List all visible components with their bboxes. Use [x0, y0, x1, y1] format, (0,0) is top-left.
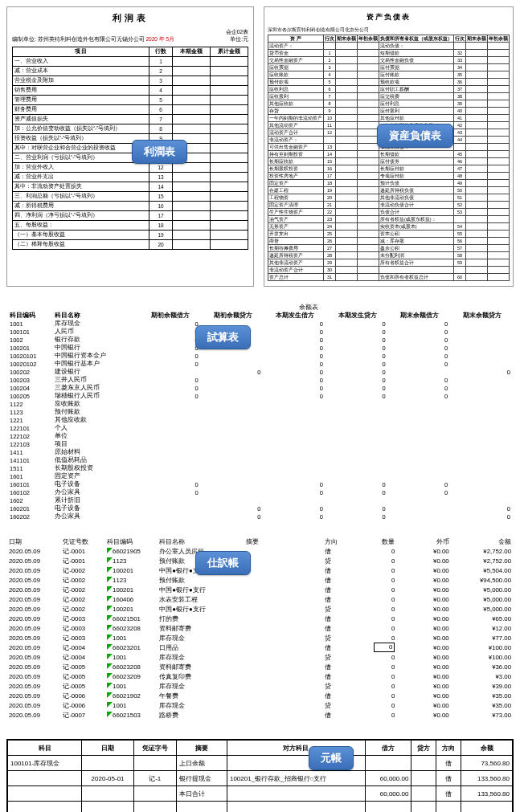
- balance-cell: 流动资产：: [268, 43, 324, 50]
- journal-row: 2020.05.09记-000566023209传真复印费借0¥0.00¥3.0…: [6, 671, 514, 681]
- trial-cell: 0: [139, 328, 202, 336]
- trial-cell: [139, 424, 202, 432]
- balance-cell: [336, 158, 358, 165]
- profit-cell: 4: [149, 86, 172, 96]
- journal-cell: 66023208: [104, 623, 157, 633]
- trial-col: 期初余额借方: [139, 312, 202, 320]
- trial-cell: 10020102: [6, 360, 51, 368]
- balance-cell: 应收账款: [268, 71, 324, 79]
- balance-row: 开发支出25 资本公积55: [268, 231, 510, 238]
- balance-row: 应收票据3 应付票据34: [268, 64, 510, 71]
- profit-cell: [211, 76, 248, 86]
- balance-cell: [358, 71, 379, 79]
- balance-cell: 54: [454, 223, 466, 231]
- trial-row: 1511长期股权投资: [6, 464, 514, 472]
- trial-cell: [139, 368, 202, 376]
- ledger-col: 日期: [82, 741, 134, 756]
- balance-cell: 实收资本(或股本): [379, 223, 454, 231]
- journal-cell: ¥3.00: [452, 671, 514, 681]
- balance-cell: [358, 151, 379, 158]
- ledger-cell: [411, 786, 436, 802]
- journal-cell: 0: [353, 556, 397, 565]
- ledger-cell: 银行提现金: [176, 771, 227, 786]
- trial-cell: 中国银行: [51, 344, 139, 352]
- balance-cell: [336, 252, 358, 259]
- trial-cell: 0: [389, 344, 452, 352]
- journal-cell: 贷: [322, 652, 354, 662]
- trial-balance-section: 余额表 科目编码科目名称期初余额借方期初余额贷方本期发生借方本期发生贷方期末余额…: [6, 303, 514, 520]
- profit-cell: [211, 96, 248, 105]
- trial-cell: 瑞穗银行人民币: [51, 392, 139, 400]
- balance-cell: 31: [324, 274, 336, 281]
- balance-cell: [466, 86, 488, 93]
- trial-cell: [389, 368, 452, 376]
- journal-cell: [244, 652, 322, 662]
- balance-cell: 48: [454, 173, 466, 180]
- profit-cell: 14: [149, 182, 172, 192]
- trial-cell: 建设银行: [51, 368, 139, 376]
- ledger-cell: 100101-库存现金: [8, 756, 82, 771]
- trial-cell: [451, 384, 514, 392]
- balance-cell: [336, 122, 358, 129]
- journal-cell: 借: [322, 662, 354, 671]
- profit-cell: 管理费用: [13, 96, 149, 105]
- journal-cell: [244, 565, 322, 575]
- selected-cell-box[interactable]: 0: [374, 643, 395, 652]
- balance-cell: [488, 122, 510, 129]
- profit-cell: 7: [149, 115, 172, 124]
- trial-cell: [326, 496, 389, 504]
- profit-row: 管理费用5: [13, 96, 248, 105]
- journal-cell: 66021902: [104, 691, 157, 700]
- balance-cell: 59: [454, 259, 466, 267]
- journal-cell: 贷: [322, 556, 354, 565]
- balance-cell: [358, 137, 379, 144]
- journal-col: 摘要: [244, 537, 322, 546]
- trial-cell: [451, 464, 514, 472]
- balance-cell: 应付票据: [379, 64, 454, 71]
- balance-cell: 24: [324, 223, 336, 231]
- journal-row: 2020.05.09记-000466023201日用品借0¥0.00¥100.0…: [6, 643, 514, 652]
- ledger-cell: [176, 802, 227, 813]
- journal-row: 2020.05.09记-00041001库存现金贷0¥0.00¥100.00: [6, 652, 514, 662]
- journal-cell: [244, 681, 322, 691]
- balance-cell: [488, 86, 510, 93]
- balance-row: 预付款项5 预收款项36: [268, 79, 510, 86]
- profit-cell: 加：营业外收入: [13, 163, 149, 173]
- journal-cell: 2020.05.09: [6, 614, 60, 623]
- journal-cell: [244, 585, 322, 594]
- journal-cell: 记-0002: [60, 604, 104, 614]
- journal-cell: 100201: [104, 565, 157, 575]
- balance-cell: [358, 216, 379, 223]
- journal-cell: ¥5,000.00: [452, 594, 514, 604]
- trial-cell: [451, 408, 514, 416]
- profit-cell: [211, 105, 248, 115]
- balance-cell: [336, 144, 358, 151]
- trial-cell: 0: [139, 480, 202, 488]
- journal-cell: ¥0.00: [397, 710, 451, 720]
- balance-cell: [336, 57, 358, 64]
- journal-col: 科目编码: [104, 537, 157, 546]
- balance-row: 一年内到期的非流动资产10 其他应付款41: [268, 115, 510, 122]
- balance-cell: [488, 144, 510, 151]
- profit-cell: 其中：对联营企业和合营企业的投资收益: [13, 144, 149, 153]
- balance-row: 长期股权投资16 长期应付款47: [268, 165, 510, 173]
- trial-col: 科目编码: [6, 312, 51, 320]
- journal-cell: ¥0.00: [397, 662, 451, 671]
- balance-cell: 固定资产: [268, 180, 324, 187]
- balance-cell: [358, 144, 379, 151]
- journal-cell: 66021905: [104, 546, 157, 556]
- trial-cell: [326, 456, 389, 464]
- ledger-badge: 元帳: [309, 746, 354, 770]
- journal-cell: [244, 556, 322, 565]
- balance-cell: [488, 245, 510, 252]
- trial-cell: [202, 480, 264, 488]
- balance-row: 固定资产18 预计负债49: [268, 180, 510, 187]
- ledger-cell: 133,560.80: [461, 771, 513, 786]
- journal-cell: 2020.05.09: [6, 546, 60, 556]
- trial-cell: [389, 448, 452, 456]
- trial-cell: 0: [326, 352, 389, 360]
- journal-row: 2020.05.09记-00051001库存现金贷0¥0.00¥39.00: [6, 681, 514, 691]
- profit-table: 项 目行数本期金额累计金额 一、营业收入1减：营业成本2 营业税金及附加3 销售…: [12, 47, 248, 250]
- profit-cell: [173, 211, 211, 221]
- journal-cell: 0: [353, 691, 397, 700]
